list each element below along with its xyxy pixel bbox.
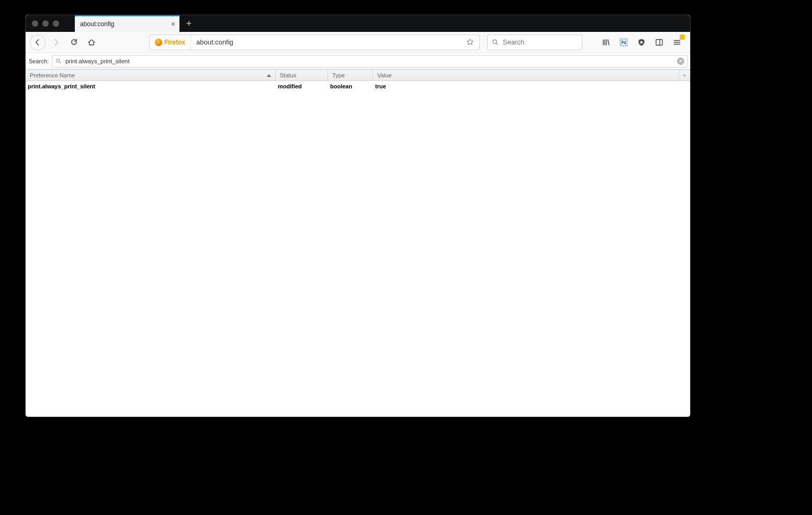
column-header-value-label: Value bbox=[377, 72, 391, 78]
shield-icon bbox=[637, 38, 646, 47]
config-search-label: Search: bbox=[29, 58, 49, 64]
window-controls bbox=[26, 20, 59, 27]
extension-ublock-button[interactable] bbox=[635, 36, 648, 49]
forward-button[interactable] bbox=[49, 35, 63, 50]
titlebar: about:config × + bbox=[26, 15, 690, 32]
column-header-type[interactable]: Type bbox=[328, 70, 373, 81]
column-header-type-label: Type bbox=[332, 72, 345, 78]
firefox-icon bbox=[155, 39, 162, 46]
clear-search-button[interactable]: ✕ bbox=[677, 58, 684, 65]
tab-title: about:config bbox=[80, 20, 114, 28]
search-bar[interactable] bbox=[487, 35, 582, 50]
url-text[interactable]: about:config bbox=[191, 38, 461, 46]
tab-close-button[interactable]: × bbox=[171, 20, 175, 28]
search-icon bbox=[55, 58, 61, 64]
svg-rect-3 bbox=[656, 39, 662, 45]
library-icon bbox=[602, 38, 610, 47]
config-search-field[interactable]: ✕ bbox=[52, 55, 688, 67]
config-search-input[interactable] bbox=[64, 58, 674, 65]
column-header-status-label: Status bbox=[280, 72, 296, 78]
window-close-button[interactable] bbox=[32, 20, 38, 27]
identity-box[interactable]: Firefox bbox=[150, 35, 191, 50]
search-icon bbox=[492, 39, 499, 45]
column-header-name-label: Preference Name bbox=[30, 72, 75, 78]
sidebar-icon bbox=[655, 38, 663, 47]
pref-table-body: print.always_print_silent modified boole… bbox=[26, 81, 690, 417]
home-button[interactable] bbox=[84, 35, 99, 50]
svg-point-2 bbox=[640, 41, 642, 43]
config-search-row: Search: ✕ bbox=[26, 53, 690, 70]
back-button[interactable] bbox=[30, 35, 46, 50]
extension-noscript-button[interactable] bbox=[617, 36, 630, 49]
pref-type: boolean bbox=[328, 83, 373, 89]
sort-ascending-icon bbox=[267, 74, 271, 77]
column-header-status[interactable]: Status bbox=[276, 70, 328, 81]
arrow-right-icon bbox=[52, 39, 60, 46]
app-menu-button[interactable] bbox=[670, 36, 684, 49]
column-header-name[interactable]: Preference Name bbox=[26, 70, 276, 81]
new-tab-button[interactable]: + bbox=[181, 15, 197, 32]
window-zoom-button[interactable] bbox=[53, 20, 59, 27]
pref-name: print.always_print_silent bbox=[26, 83, 276, 89]
pref-row[interactable]: print.always_print_silent modified boole… bbox=[26, 81, 690, 91]
nav-toolbar: Firefox about:config bbox=[26, 32, 690, 53]
reload-button[interactable] bbox=[66, 35, 81, 50]
noscript-icon bbox=[619, 38, 628, 47]
home-icon bbox=[87, 38, 96, 47]
star-icon bbox=[466, 38, 474, 46]
identity-label: Firefox bbox=[164, 39, 185, 46]
sidebar-button[interactable] bbox=[652, 36, 666, 49]
pref-value: true bbox=[373, 83, 690, 89]
pref-table-header: Preference Name Status Type Value bbox=[26, 70, 690, 81]
arrow-left-icon bbox=[34, 39, 41, 46]
toolbar-right bbox=[599, 36, 686, 49]
pref-status: modified bbox=[276, 83, 328, 89]
browser-window: about:config × + Firefox about:config bbox=[25, 15, 691, 417]
column-picker-button[interactable] bbox=[679, 70, 690, 81]
reload-icon bbox=[70, 38, 78, 46]
column-picker-icon bbox=[683, 72, 686, 78]
column-header-value[interactable]: Value bbox=[373, 70, 679, 81]
library-button[interactable] bbox=[599, 36, 613, 49]
notification-badge-icon bbox=[680, 35, 685, 40]
browser-tab[interactable]: about:config × bbox=[75, 15, 179, 32]
search-input[interactable] bbox=[502, 38, 592, 47]
url-bar[interactable]: Firefox about:config bbox=[149, 35, 480, 50]
svg-rect-5 bbox=[684, 74, 686, 76]
bookmark-star-button[interactable] bbox=[461, 38, 479, 46]
window-minimize-button[interactable] bbox=[42, 20, 49, 27]
